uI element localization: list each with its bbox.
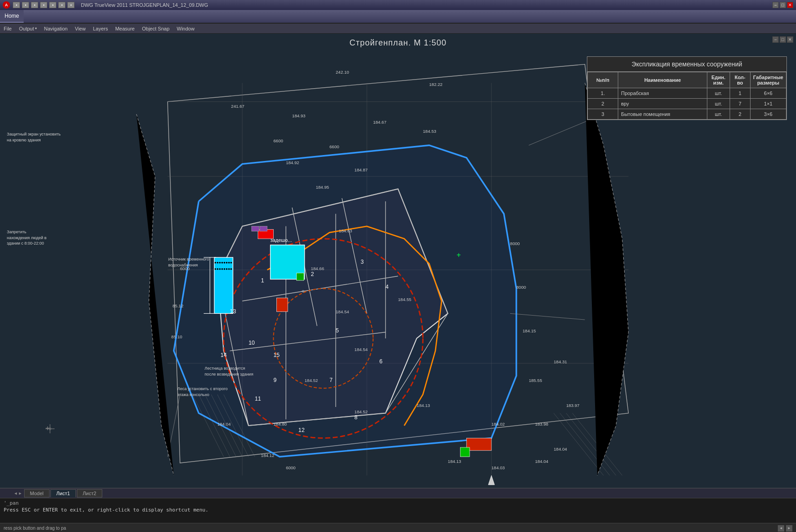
svg-text:184.02: 184.02 <box>491 422 505 427</box>
drawing-close[interactable]: ✕ <box>787 36 793 43</box>
svg-text:9: 9 <box>274 377 277 383</box>
minimize-button[interactable]: – <box>772 2 779 8</box>
cell-num: 1. <box>588 88 618 99</box>
svg-text:●●●●●●●●: ●●●●●●●● <box>214 261 232 265</box>
svg-text:184.03: 184.03 <box>491 465 505 470</box>
menu-output[interactable]: Output ▾ <box>15 25 40 32</box>
svg-rect-32 <box>260 226 267 231</box>
statusbar-right: ◄ ► <box>778 525 792 532</box>
svg-text:184.80: 184.80 <box>274 422 287 427</box>
tab-list2[interactable]: Лист2 <box>77 489 102 497</box>
svg-text:6: 6 <box>379 358 382 365</box>
command-line[interactable]: '_pan Press ESC or ENTER to exit, or rig… <box>0 498 796 523</box>
svg-text:11: 11 <box>255 396 261 402</box>
drawing-win-controls: – □ ✕ <box>772 36 793 43</box>
tb-btn-3[interactable]: ▪ <box>31 2 38 8</box>
bottom-tabs: ◄ ► Model Лист1 Лист2 <box>0 488 796 498</box>
tb-btn-5[interactable]: ▪ <box>49 2 56 8</box>
svg-text:6000: 6000 <box>286 465 295 470</box>
menu-view[interactable]: View <box>71 25 90 32</box>
cell-unit: шт. <box>707 88 730 99</box>
svg-text:задешо...: задешо... <box>270 237 292 243</box>
svg-text:1: 1 <box>261 277 264 284</box>
scroll-left-btn[interactable]: ◄ <box>778 525 784 532</box>
svg-rect-29 <box>296 273 304 280</box>
svg-text:184.87: 184.87 <box>355 167 368 172</box>
main-area: Стройгенплан. М 1:500 – □ ✕ <box>0 34 796 488</box>
svg-text:242.10: 242.10 <box>336 70 349 75</box>
tab-home[interactable]: Home <box>0 10 24 23</box>
svg-text:8: 8 <box>355 414 358 421</box>
svg-text:183.97: 183.97 <box>566 403 579 408</box>
cell-size: 6×6 <box>750 88 786 99</box>
svg-text:+: + <box>456 251 461 259</box>
svg-text:184.55: 184.55 <box>398 297 411 302</box>
cell-qty: 2 <box>730 109 750 120</box>
svg-text:8000: 8000 <box>516 285 526 290</box>
tb-btn-4[interactable]: ▪ <box>40 2 47 8</box>
svg-text:184.04: 184.04 <box>554 447 567 452</box>
menu-layers[interactable]: Layers <box>89 25 111 32</box>
svg-text:184.66: 184.66 <box>311 266 324 271</box>
statusbar-message: ress pick button and drag to pa <box>4 526 66 531</box>
svg-text:3: 3 <box>360 259 364 265</box>
cell-unit: шт. <box>707 99 730 109</box>
svg-text:6600: 6600 <box>274 138 283 143</box>
svg-rect-31 <box>252 226 259 231</box>
svg-text:15: 15 <box>274 352 280 358</box>
svg-text:12: 12 <box>298 427 305 433</box>
svg-text:13: 13 <box>230 308 236 315</box>
svg-text:184.52: 184.52 <box>305 378 318 383</box>
close-button[interactable]: ✕ <box>787 2 793 8</box>
menu-navigation[interactable]: Navigation <box>40 25 71 32</box>
svg-text:184.04: 184.04 <box>217 422 231 427</box>
cmd-line1: '_pan <box>4 500 792 506</box>
tab-scroll-left[interactable]: ◄ <box>14 491 18 496</box>
drawing-title: Стройгенплан. М 1:500 <box>350 38 447 48</box>
tb-btn-1[interactable]: ▪ <box>13 2 20 8</box>
svg-text:85.10: 85.10 <box>171 334 182 339</box>
explication-panel: Экспликация временных сооружений №п/п На… <box>587 56 787 120</box>
svg-text:8000: 8000 <box>510 241 520 246</box>
svg-text:184.13: 184.13 <box>448 459 461 464</box>
tb-btn-6[interactable]: ▪ <box>58 2 65 8</box>
annotation-1: Защитный экран установитьна кровлю здани… <box>7 131 61 143</box>
cell-qty: 1 <box>730 88 750 99</box>
svg-text:184.31: 184.31 <box>554 359 567 364</box>
svg-rect-28 <box>466 438 491 450</box>
svg-rect-27 <box>276 298 288 311</box>
menu-window[interactable]: Window <box>173 25 198 32</box>
svg-text:85.12: 85.12 <box>173 303 184 308</box>
tb-btn-7[interactable]: ▪ <box>67 2 75 8</box>
app-title: DWG TrueView 2011 STROJGENPLAN_14_12_09.… <box>81 2 208 8</box>
menu-object-snap[interactable]: Object Snap <box>138 25 173 32</box>
scroll-right-btn[interactable]: ► <box>786 525 792 532</box>
drawing-restore[interactable]: □ <box>780 36 786 43</box>
tb-btn-2[interactable]: ▪ <box>22 2 29 8</box>
tab-model[interactable]: Model <box>24 489 50 497</box>
tab-list1[interactable]: Лист1 <box>50 489 76 497</box>
app-logo: A <box>3 1 10 9</box>
svg-text:5: 5 <box>336 327 339 334</box>
col-qty: Кол-во <box>730 72 750 88</box>
drawing-canvas[interactable]: Стройгенплан. М 1:500 – □ ✕ <box>0 34 796 488</box>
menu-measure[interactable]: Measure <box>111 25 138 32</box>
svg-text:184.52: 184.52 <box>355 409 368 414</box>
svg-text:184.67: 184.67 <box>373 120 386 125</box>
svg-text:10: 10 <box>249 340 255 346</box>
drawing-minimize[interactable]: – <box>772 36 779 43</box>
svg-text:182.22: 182.22 <box>429 82 442 87</box>
svg-text:184.63: 184.63 <box>339 228 352 233</box>
tab-scroll-right[interactable]: ► <box>18 491 22 496</box>
svg-text:184.92: 184.92 <box>286 160 299 165</box>
col-size: Габаритные размеры <box>750 72 786 88</box>
maximize-button[interactable]: □ <box>780 2 786 8</box>
menu-file[interactable]: File <box>0 25 15 32</box>
cell-size: 1×1 <box>750 99 786 109</box>
table-row: 2врушт.71×1 <box>588 99 786 109</box>
ribbon: Home <box>0 10 796 24</box>
explication-title: Экспликация временных сооружений <box>587 57 786 72</box>
col-unit: Един. изм. <box>707 72 730 88</box>
cmd-line2: Press ESC or ENTER to exit, or right-cli… <box>4 507 792 513</box>
cell-num: 3 <box>588 109 618 120</box>
